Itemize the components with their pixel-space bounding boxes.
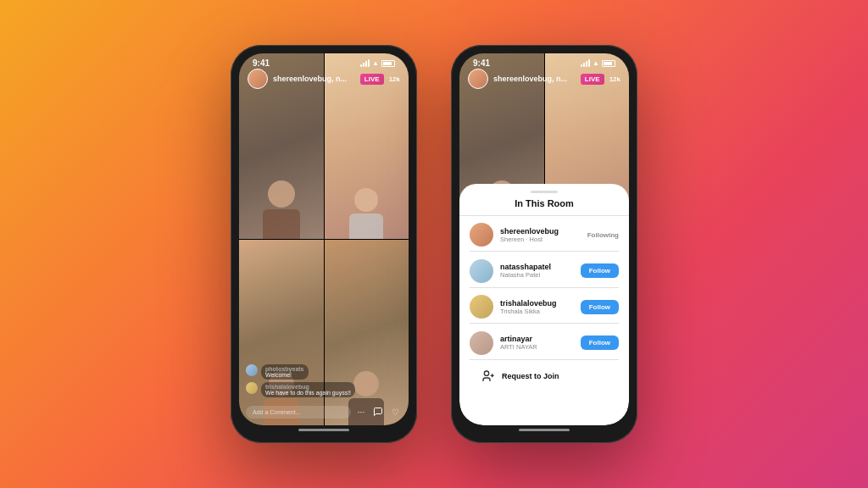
room-user-avatar-4: [470, 331, 493, 355]
sheet-divider-4: [470, 359, 619, 360]
battery-icon-2: [602, 60, 615, 67]
status-icons-2: ▲: [581, 59, 615, 67]
room-user-item-3: trishalalovebug Trishala Sikka Follow: [470, 291, 619, 323]
chat-user-1: photosbyeats: [265, 366, 304, 372]
room-user-name-4: artinayar: [500, 335, 574, 343]
chat-avatar-2: [246, 382, 258, 394]
live-header-1: shereenlovebug, n... LIVE 12k: [239, 69, 409, 89]
dots-icon[interactable]: ···: [354, 405, 368, 419]
sheet-divider-2: [470, 287, 619, 288]
room-user-action-1: Following: [587, 231, 619, 239]
phone-2-screen: 9:41 ▲ shereenlovebug, n... LIVE 12k: [459, 53, 629, 425]
viewer-count-2: 12k: [609, 75, 620, 83]
room-user-avatar-1: [470, 223, 493, 247]
wifi-icon-2: ▲: [593, 59, 599, 67]
room-user-sub-2: Natasha Patel: [500, 271, 574, 279]
room-user-list: shereenlovebug Shereen · Host Following …: [459, 219, 629, 390]
heart-icon[interactable]: ♡: [388, 405, 402, 419]
phone-2: 9:41 ▲ shereenlovebug, n... LIVE 12k: [451, 45, 637, 443]
sheet-handle: [531, 191, 558, 193]
sheet-divider-3: [470, 323, 619, 324]
room-user-name-1: shereenlovebug: [500, 227, 581, 236]
live-header-2: shereenlovebug, n... LIVE 12k: [459, 69, 629, 89]
room-user-info-1: shereenlovebug Shereen · Host: [500, 227, 581, 243]
status-icons-1: ▲: [360, 59, 395, 67]
chat-user-2: trishalalovebug: [265, 384, 351, 390]
phone-1: 9:41 ▲ shereenlovebug, n... LIVE 12k: [231, 45, 417, 443]
viewer-count-1: 12k: [389, 75, 400, 83]
battery-icon: [381, 60, 395, 67]
chat-avatar-1: [246, 364, 258, 376]
room-user-sub-1: Shereen · Host: [500, 236, 581, 243]
chat-bubble-1: photosbyeats Welcome!: [261, 364, 309, 380]
request-join-icon: [480, 368, 497, 385]
room-user-sub-4: ARTI NAYAR: [500, 343, 574, 351]
live-avatar-1: [248, 69, 268, 89]
live-badge-2: LIVE: [581, 74, 604, 85]
follow-button-3[interactable]: Follow: [581, 300, 619, 314]
request-join-row[interactable]: Request to Join: [470, 363, 619, 390]
room-user-item-4: artinayar ARTI NAYAR Follow: [470, 327, 619, 359]
sheet-title: In This Room: [459, 198, 629, 208]
chat-text-2: We have to do this again guyss!!: [265, 390, 351, 396]
follow-button-4[interactable]: Follow: [581, 336, 619, 350]
home-indicator-2: [519, 429, 570, 431]
wifi-icon: ▲: [372, 59, 379, 67]
sheet-divider-1: [470, 251, 619, 252]
live-username-2: shereenlovebug, n...: [493, 75, 576, 83]
live-avatar-2: [468, 69, 488, 89]
status-time-1: 9:41: [253, 58, 270, 68]
room-user-name-2: natasshapatel: [500, 263, 574, 271]
chat-message-2: trishalalovebug We have to do this again…: [246, 382, 402, 397]
signal-icon-2: [581, 60, 590, 67]
sheet-divider: [459, 215, 629, 216]
room-user-name-3: trishalalovebug: [500, 299, 574, 308]
signal-icon: [360, 60, 370, 67]
live-badge-1: LIVE: [360, 74, 384, 85]
figure-2: [349, 188, 383, 239]
room-user-info-3: trishalalovebug Trishala Sikka: [500, 299, 574, 315]
status-bar-2: 9:41 ▲: [459, 53, 629, 69]
room-user-avatar-3: [470, 295, 493, 319]
bottom-sheet: In This Room shereenlovebug Shereen · Ho…: [459, 184, 629, 425]
svg-point-0: [484, 371, 488, 375]
room-user-sub-3: Trishala Sikka: [500, 308, 574, 315]
phone-1-screen: 9:41 ▲ shereenlovebug, n... LIVE 12k: [239, 53, 409, 425]
dm-icon[interactable]: [371, 405, 385, 419]
bottom-bar-1: Add a Comment... ··· ♡: [239, 405, 409, 419]
status-bar-1: 9:41 ▲: [239, 53, 409, 69]
room-user-item-2: natasshapatel Natasha Patel Follow: [470, 255, 619, 287]
follow-button-2[interactable]: Follow: [581, 263, 619, 278]
request-join-text: Request to Join: [502, 372, 559, 380]
comment-input-1[interactable]: Add a Comment...: [246, 406, 351, 419]
chat-overlay-1: photosbyeats Welcome! trishalalovebug We…: [239, 364, 409, 400]
home-indicator-1: [298, 429, 349, 431]
room-user-info-2: natasshapatel Natasha Patel: [500, 263, 574, 279]
figure-1: [263, 180, 300, 239]
chat-bubble-2: trishalalovebug We have to do this again…: [261, 382, 355, 397]
chat-text-1: Welcome!: [265, 372, 304, 378]
status-time-2: 9:41: [473, 58, 490, 68]
room-user-item-1: shereenlovebug Shereen · Host Following: [470, 219, 619, 251]
chat-message-1: photosbyeats Welcome!: [246, 364, 402, 380]
live-username-1: shereenlovebug, n...: [273, 75, 355, 83]
room-user-info-4: artinayar ARTI NAYAR: [500, 335, 574, 351]
room-user-avatar-2: [470, 259, 493, 283]
